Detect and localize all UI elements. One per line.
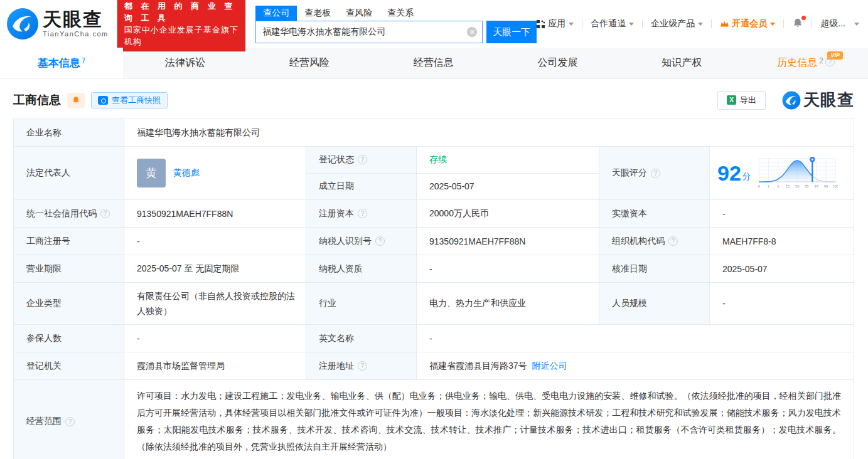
help-icon[interactable]	[825, 57, 835, 66]
bell-icon	[72, 96, 80, 105]
insured-count-value: -	[124, 325, 306, 352]
tab-label: 历史信息	[777, 56, 817, 70]
reg-address-label: 注册地址	[306, 352, 416, 379]
search-button[interactable]: 天眼一下	[486, 21, 537, 43]
establish-date-label: 成立日期	[306, 174, 416, 200]
divider	[711, 19, 712, 28]
tab-company-development[interactable]: 公司发展	[495, 48, 619, 78]
app-grid-icon	[537, 20, 545, 28]
credit-code-value: 91350921MAEH7FF88N	[124, 200, 306, 227]
help-icon[interactable]	[65, 417, 75, 426]
help-icon[interactable]	[358, 209, 367, 218]
search-tab-risk[interactable]: 查风险	[338, 6, 380, 21]
staff-size-label: 人员规模	[599, 283, 709, 324]
section-title: 工商信息	[13, 92, 61, 108]
tab-operation-risk[interactable]: 经营风险	[247, 48, 372, 78]
status-date-subtable: 登记状态 存续 成立日期 2025-05-07	[306, 147, 599, 199]
taxpayer-id-label-text: 纳税人识别号	[319, 236, 372, 247]
credit-code-label-text: 统一社会信用代码	[26, 208, 97, 219]
tab-label: 基本信息	[38, 56, 80, 70]
legal-rep-avatar[interactable]: 黄	[137, 159, 166, 187]
nav-enterprise[interactable]: 企业级产品	[651, 18, 703, 29]
tianyancha-logo[interactable]: 天眼查 TianYanCha.com	[6, 8, 109, 40]
chevron-down-icon	[770, 23, 775, 26]
main-tabbar: 基本信息7 法律诉讼 经营风险 经营信息 公司发展 知识产权 VIP 历史信息 …	[0, 48, 868, 79]
help-icon[interactable]	[100, 209, 110, 218]
help-icon[interactable]	[358, 361, 367, 371]
reg-capital-value: 20000万人民币	[417, 200, 599, 227]
nav-account[interactable]: 超级...	[820, 18, 859, 29]
business-scope-label-text: 经营范围	[26, 416, 62, 427]
help-icon[interactable]	[358, 155, 367, 164]
tyc-score-label: 天眼评分	[599, 147, 709, 199]
english-name-value: -	[417, 325, 854, 352]
nearby-companies-link[interactable]: 附近公司	[532, 361, 567, 372]
tab-basic-info[interactable]: 基本信息7	[0, 48, 123, 78]
legal-rep-link[interactable]: 黄德彪	[173, 167, 200, 179]
approval-date-label: 核准日期	[599, 255, 709, 282]
tab-label: 经营风险	[289, 56, 330, 70]
org-code-value: MAEH7FF8-8	[710, 228, 854, 255]
staff-size-value: -	[710, 283, 854, 324]
search-tab-relation[interactable]: 查关系	[380, 6, 421, 21]
tab-operation-info[interactable]: 经营信息	[372, 48, 496, 78]
monitor-bell-button[interactable]	[67, 93, 85, 108]
svg-text:0: 0	[758, 184, 759, 188]
business-snapshot-button[interactable]: 查看工商快照	[91, 92, 168, 108]
paid-capital-value: -	[710, 200, 854, 227]
reg-authority-value: 霞浦县市场监督管理局	[124, 352, 306, 379]
status-badge: 存续	[429, 154, 447, 166]
logo-domain-text: TianYanCha.com	[43, 30, 109, 38]
search-tab-company[interactable]: 查公司	[255, 6, 297, 21]
search-tabs: 查公司 查老板 查风险 查关系	[255, 4, 537, 21]
notification-bell[interactable]	[792, 18, 803, 31]
score-distribution-chart: 0 1 3 15 50 85 97 99 100	[755, 150, 838, 196]
top-header: 天眼查 TianYanCha.com 都 在 用 的 商 业 查 询 工 具 国…	[0, 0, 868, 48]
org-code-label: 组织机构代码	[599, 228, 709, 255]
reg-status-label: 登记状态	[306, 147, 416, 173]
search-input[interactable]	[255, 21, 483, 43]
industry-label: 行业	[306, 283, 416, 324]
help-icon[interactable]	[668, 236, 678, 246]
chevron-down-icon	[854, 23, 859, 26]
search-tab-boss[interactable]: 查老板	[297, 6, 338, 21]
search-block: 查公司 查老板 查风险 查关系 ✕ 天眼一下	[255, 4, 537, 43]
approval-date-value: 2025-05-07	[710, 255, 854, 282]
reg-authority-label: 登记机关	[14, 352, 124, 379]
company-name-value: 福建华电海水抽水蓄能有限公司	[124, 119, 854, 146]
svg-text:50: 50	[795, 184, 799, 188]
watermark-text: 天眼查	[803, 89, 854, 111]
help-icon[interactable]	[375, 236, 385, 246]
export-label: 导出	[740, 95, 756, 106]
chevron-down-icon	[569, 23, 574, 26]
tab-label: 经营信息	[414, 56, 454, 70]
camera-icon	[98, 96, 108, 105]
tab-intellectual-property[interactable]: 知识产权	[619, 48, 744, 78]
nav-apps[interactable]: 应用	[537, 18, 574, 29]
business-scope-label: 经营范围	[14, 380, 124, 459]
svg-text:3: 3	[777, 184, 779, 188]
reg-address-value: 福建省霞浦县目海路37号 附近公司	[417, 352, 854, 379]
svg-text:15: 15	[786, 184, 790, 188]
nav-vip[interactable]: 开通会员	[720, 18, 775, 29]
company-name-label: 企业名称	[14, 119, 124, 146]
help-icon[interactable]	[651, 169, 660, 178]
reg-status-label-text: 登记状态	[319, 154, 354, 166]
taxpayer-id-value: 91350921MAEH7FF88N	[417, 228, 599, 255]
excel-icon: X	[727, 95, 736, 105]
tab-label: 知识产权	[662, 56, 702, 70]
company-type-label: 企业类型	[14, 283, 124, 324]
legal-rep-label: 法定代表人	[14, 147, 124, 199]
tab-legal[interactable]: 法律诉讼	[123, 48, 247, 78]
export-button[interactable]: X 导出	[717, 91, 766, 110]
snapshot-label: 查看工商快照	[112, 95, 161, 106]
tyc-score-cell: 92 分	[710, 147, 854, 199]
tab-history-info[interactable]: VIP 历史信息 2	[744, 48, 868, 78]
reg-address-text: 福建省霞浦县目海路37号	[429, 361, 527, 372]
reg-number-value: -	[124, 228, 306, 255]
tianyancha-swirl-icon	[6, 8, 39, 40]
nav-partner[interactable]: 合作通道	[591, 18, 634, 29]
reg-capital-label: 注册资本	[306, 200, 416, 227]
tab-label: 公司发展	[537, 56, 577, 70]
paid-capital-label: 实缴资本	[599, 200, 709, 227]
